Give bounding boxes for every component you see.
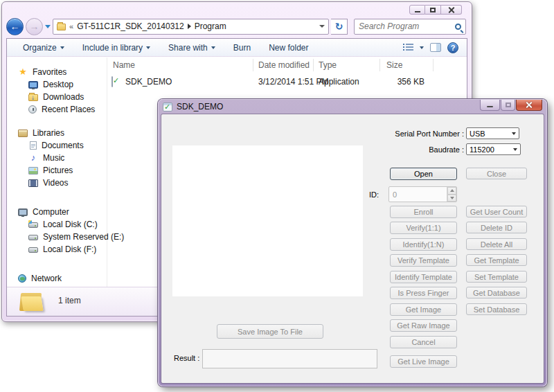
set-database-button: Set Database: [466, 303, 527, 315]
search-input[interactable]: [359, 21, 455, 31]
sidebar-item-desktop[interactable]: Desktop: [7, 78, 107, 91]
open-button[interactable]: Open: [390, 168, 457, 180]
maximize-button: [501, 100, 515, 111]
sidebar-item-computer[interactable]: Computer: [7, 206, 107, 218]
search-box[interactable]: [354, 19, 466, 35]
sidebar-item-videos[interactable]: Videos: [7, 177, 107, 189]
folder-icon: [57, 24, 66, 30]
dialog-client-area: Serial Port Number : USB Baudrate : 1152…: [161, 114, 544, 383]
sidebar-label: Recent Places: [42, 105, 95, 114]
breadcrumb-parent[interactable]: GT-511C1R_SDK_20140312: [77, 21, 184, 31]
id-label: ID:: [369, 190, 379, 199]
sidebar-item-local-disk-c[interactable]: Local Disk (C:): [7, 218, 107, 231]
toolbar-label: Include in library: [82, 43, 143, 53]
sidebar-label: Music: [43, 153, 64, 163]
get-raw-image-button: Get Raw Image: [390, 319, 457, 332]
column-divider[interactable]: [433, 59, 434, 71]
star-icon: ★: [18, 68, 28, 76]
window-title: SDK_DEMO: [177, 102, 223, 112]
column-header-size[interactable]: Size: [386, 60, 402, 70]
close-button[interactable]: [516, 100, 542, 111]
chevron-down-icon: [512, 132, 516, 135]
address-dropdown-icon[interactable]: [319, 25, 325, 28]
column-header-name[interactable]: Name: [113, 60, 135, 70]
sidebar-item-music[interactable]: ♪Music: [7, 152, 107, 164]
sidebar-label: Favorites: [33, 67, 66, 77]
cancel-button: Cancel: [390, 336, 457, 348]
sidebar-item-local-disk-f[interactable]: Local Disk (F:): [7, 243, 107, 256]
help-icon[interactable]: ?: [447, 42, 458, 53]
close-port-button: Close: [466, 168, 527, 179]
breadcrumb-current[interactable]: Program: [195, 21, 226, 31]
back-button[interactable]: ←: [6, 18, 24, 35]
toolbar-new-folder[interactable]: New folder: [260, 39, 317, 56]
breadcrumb-overflow[interactable]: «: [69, 22, 73, 30]
application-icon: [111, 76, 113, 87]
close-icon: [526, 102, 533, 108]
column-divider[interactable]: [379, 59, 380, 71]
search-icon[interactable]: [455, 24, 461, 30]
sidebar-item-pictures[interactable]: Pictures: [7, 164, 107, 177]
sidebar-item-documents[interactable]: Documents: [7, 139, 107, 152]
command-toolbar: Organize Include in library Share with B…: [7, 39, 467, 57]
column-header-date-modified[interactable]: Date modified: [258, 60, 310, 70]
file-size: 356 KB: [368, 77, 425, 87]
breadcrumb-arrow-icon[interactable]: [188, 24, 191, 29]
serial-port-select[interactable]: USB: [466, 127, 519, 139]
sidebar-item-favorites[interactable]: ★Favorites: [7, 66, 107, 78]
set-template-button: Set Template: [466, 271, 527, 283]
minimize-button[interactable]: [409, 5, 425, 15]
verify-button: Verify(1:1): [390, 222, 457, 234]
explorer-titlebar: [2, 2, 472, 16]
get-template-button: Get Template: [466, 254, 527, 266]
sidebar-item-libraries[interactable]: Libraries: [7, 127, 107, 139]
recent-places-icon: [28, 105, 37, 114]
sidebar-item-network[interactable]: Network: [7, 272, 107, 285]
toolbar-include-in-library[interactable]: Include in library: [73, 39, 159, 56]
stepper-down-button[interactable]: [447, 195, 456, 202]
minimize-button[interactable]: [480, 100, 500, 111]
sidebar-item-downloads[interactable]: Downloads: [7, 91, 107, 103]
column-divider[interactable]: [313, 59, 314, 71]
folder-icon: [19, 289, 44, 313]
column-header-type[interactable]: Type: [319, 60, 337, 70]
views-dropdown-icon[interactable]: [420, 46, 424, 49]
close-button[interactable]: [441, 5, 462, 15]
result-label: Result :: [174, 354, 199, 362]
disk-icon: [28, 235, 38, 240]
views-icon[interactable]: [403, 44, 413, 51]
get-user-count-button: Get User Count: [466, 206, 527, 217]
preview-pane-icon[interactable]: [430, 43, 441, 52]
table-row[interactable]: SDK_DEMO 3/12/2014 1:51 PM Application 3…: [107, 76, 467, 89]
baudrate-value: 115200: [470, 145, 494, 154]
baudrate-select[interactable]: 115200: [466, 143, 521, 155]
back-arrow-icon: ←: [10, 21, 20, 32]
sidebar-item-system-reserved-e[interactable]: System Reserved (E:): [7, 231, 107, 243]
toolbar-label: Burn: [233, 43, 251, 53]
toolbar-label: Organize: [23, 43, 57, 53]
sidebar-label: Network: [31, 274, 62, 283]
pictures-icon: [28, 167, 38, 175]
sidebar-label: Desktop: [43, 80, 73, 89]
toolbar-burn[interactable]: Burn: [224, 39, 260, 56]
downloads-icon: [28, 94, 38, 101]
column-divider[interactable]: [253, 59, 253, 71]
toolbar-label: Share with: [168, 43, 208, 53]
sidebar-label: Videos: [43, 178, 68, 188]
history-dropdown-icon[interactable]: [45, 25, 51, 28]
refresh-button[interactable]: ↻: [331, 19, 348, 35]
address-bar[interactable]: « GT-511C1R_SDK_20140312 Program: [53, 19, 329, 35]
minimize-icon: [487, 106, 493, 107]
libraries-icon: [18, 130, 28, 137]
chevron-down-icon: [450, 197, 454, 199]
sidebar-item-recent-places[interactable]: Recent Places: [7, 103, 107, 116]
sidebar-label: Pictures: [43, 166, 73, 175]
disk-icon: [28, 247, 38, 253]
network-icon: [18, 274, 26, 283]
maximize-button[interactable]: [425, 5, 441, 15]
stepper-up-button[interactable]: [447, 187, 456, 195]
toolbar-share-with[interactable]: Share with: [159, 39, 224, 56]
forward-button[interactable]: →: [26, 18, 43, 35]
toolbar-organize[interactable]: Organize: [14, 39, 73, 56]
file-name[interactable]: SDK_DEMO: [125, 77, 172, 87]
